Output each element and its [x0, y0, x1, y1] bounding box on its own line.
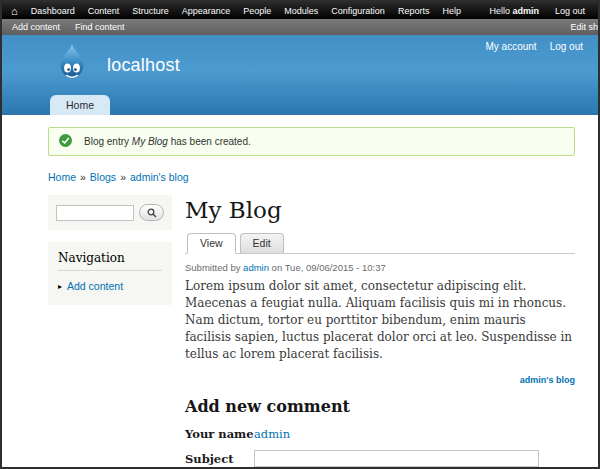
your-name-label: Your name [185, 427, 254, 441]
site-header: My account Log out [2, 35, 598, 115]
admin-menu: ⌂ Dashboard Content Structure Appearance… [11, 6, 461, 16]
search-block [48, 195, 172, 230]
blog-body-text: Lorem ipsum dolor sit amet, consectetur … [185, 278, 575, 363]
bullet-arrow-icon: ▸ [58, 282, 62, 291]
author-link[interactable]: admin [243, 262, 269, 273]
subject-label: Subject [185, 452, 254, 466]
your-name-row: Your name admin [185, 427, 575, 441]
breadcrumb-home[interactable]: Home [48, 171, 76, 183]
admin-menu-content[interactable]: Content [88, 6, 120, 16]
shortcut-find-content[interactable]: Find content [75, 22, 125, 32]
home-icon[interactable]: ⌂ [11, 6, 18, 16]
main-menu-home-tab[interactable]: Home [50, 95, 110, 115]
admin-menu-appearance[interactable]: Appearance [182, 6, 231, 16]
search-button[interactable] [139, 204, 164, 221]
header-logout-link[interactable]: Log out [550, 41, 583, 52]
admin-toolbar: ⌂ Dashboard Content Structure Appearance… [2, 2, 598, 19]
status-message: Blog entry My Blog has been created. [48, 127, 575, 156]
admin-username-link[interactable]: admin [512, 6, 539, 16]
breadcrumb-blogs[interactable]: Blogs [90, 171, 116, 183]
status-check-icon [59, 134, 72, 149]
navigation-block: Navigation ▸ Add content [48, 242, 172, 305]
tab-edit[interactable]: Edit [240, 233, 284, 254]
tab-view[interactable]: View [187, 233, 236, 254]
submitted-prefix: Submitted by [185, 262, 243, 273]
sidebar: Navigation ▸ Add content [48, 195, 172, 317]
shortcut-bar: Add content Find content Edit shortcuts [2, 19, 598, 35]
sidebar-item-add-content[interactable]: ▸ Add content [58, 280, 162, 292]
your-name-value-link[interactable]: admin [254, 427, 290, 441]
admin-menu-people[interactable]: People [243, 6, 271, 16]
breadcrumb: Home»Blogs»admin's blog [48, 171, 575, 183]
site-branding[interactable]: localhost [57, 43, 180, 87]
admin-toolbar-right: Hello admin Log out [489, 6, 589, 16]
node-tabs: View Edit [185, 233, 575, 254]
status-text-prefix: Blog entry [84, 136, 132, 147]
admin-greeting: Hello admin [489, 6, 539, 16]
shortcut-add-content[interactable]: Add content [12, 22, 60, 32]
status-text: Blog entry My Blog has been created. [84, 136, 251, 147]
main-menu: Home [50, 95, 110, 115]
my-account-link[interactable]: My account [485, 41, 536, 52]
status-text-title: My Blog [132, 136, 168, 147]
site-name[interactable]: localhost [107, 55, 180, 76]
page-body: Blog entry My Blog has been created. Hom… [2, 115, 598, 469]
admins-blog-link[interactable]: admin's blog [520, 375, 575, 385]
drupal-logo-icon[interactable] [57, 43, 87, 87]
admin-menu-configuration[interactable]: Configuration [331, 6, 385, 16]
status-text-suffix: has been created. [168, 136, 251, 147]
navigation-block-title: Navigation [58, 251, 162, 271]
search-icon [147, 208, 157, 218]
submitted-line: Submitted by admin on Tue, 09/06/2015 - … [185, 262, 575, 273]
admin-menu-modules[interactable]: Modules [284, 6, 318, 16]
breadcrumb-separator: » [120, 171, 126, 183]
two-column-layout: Navigation ▸ Add content My Blog View Ed… [48, 195, 575, 469]
breadcrumb-separator: » [80, 171, 86, 183]
breadcrumb-admins-blog[interactable]: admin's blog [130, 171, 189, 183]
admin-menu-dashboard[interactable]: Dashboard [31, 6, 75, 16]
admin-menu-help[interactable]: Help [442, 6, 461, 16]
greeting-prefix: Hello [489, 6, 512, 16]
screenshot-frame: ⌂ Dashboard Content Structure Appearance… [0, 0, 600, 469]
admin-menu-structure[interactable]: Structure [132, 6, 169, 16]
blog-term-links: admin's blog [185, 375, 575, 385]
main-content: My Blog View Edit Submitted by admin on … [185, 195, 575, 469]
admin-menu-reports[interactable]: Reports [398, 6, 430, 16]
admin-logout-link[interactable]: Log out [555, 6, 585, 16]
secondary-menu: My account Log out [485, 41, 583, 52]
submitted-suffix: on Tue, 09/06/2015 - 10:37 [269, 262, 386, 273]
subject-input[interactable] [254, 450, 539, 467]
subject-row: Subject [185, 450, 575, 467]
add-comment-heading: Add new comment [185, 397, 575, 416]
page-title: My Blog [185, 197, 575, 223]
search-input[interactable] [56, 205, 134, 221]
add-content-link[interactable]: Add content [67, 280, 123, 292]
edit-shortcuts-link[interactable]: Edit shortcuts [570, 22, 600, 32]
